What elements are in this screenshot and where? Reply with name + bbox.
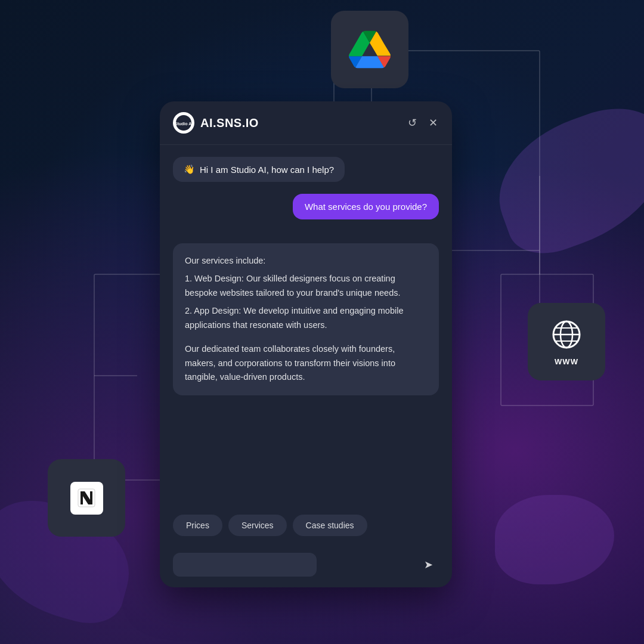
header-actions: ↺ ✕ (407, 115, 439, 131)
chat-body: 👋 Hi I am Studio AI, how can I help? Wha… (160, 145, 452, 515)
chat-input-area: ➤ (160, 547, 452, 587)
refresh-button[interactable]: ↺ (407, 115, 418, 131)
user-message-bubble: What services do you provide? (293, 194, 439, 219)
quick-reply-prices[interactable]: Prices (173, 515, 222, 536)
send-button[interactable]: ➤ (424, 558, 433, 571)
greeting-text: Hi I am Studio AI, how can I help? (200, 165, 334, 175)
quick-reply-services[interactable]: Services (228, 515, 287, 536)
close-icon: ✕ (429, 116, 438, 129)
logo-circle: Studio AI (173, 112, 194, 134)
greeting-emoji: 👋 (184, 164, 195, 175)
ai-response-bubble: Our services include: 1. Web Design: Our… (173, 243, 439, 395)
ai-response-line1: Our services include: (185, 254, 427, 268)
brand-name: AI.SNS.IO (200, 116, 259, 130)
quick-replies: Prices Services Case studies (160, 515, 452, 547)
svg-text:Studio AI: Studio AI (176, 122, 191, 126)
ai-response-line2: 1. Web Design: Our skilled designers foc… (185, 272, 427, 301)
user-message-text: What services do you provide? (305, 202, 427, 212)
ai-response-line4: Our dedicated team collaborates closely … (185, 342, 427, 385)
chat-header: Studio AI AI.SNS.IO ↺ ✕ (160, 101, 452, 145)
notion-icon (48, 459, 125, 537)
refresh-icon: ↺ (408, 116, 417, 129)
send-icon: ➤ (424, 558, 433, 571)
quick-reply-case-studies[interactable]: Case studies (293, 515, 367, 536)
chat-input[interactable] (173, 553, 317, 577)
close-button[interactable]: ✕ (428, 115, 439, 131)
chat-window: Studio AI AI.SNS.IO ↺ ✕ 👋 Hi I am Studio… (160, 101, 452, 587)
www-icon: WWW (528, 303, 605, 380)
ai-greeting-bubble: 👋 Hi I am Studio AI, how can I help? (173, 157, 345, 182)
ai-response-line3: 2. App Design: We develop intuitive and … (185, 304, 427, 333)
google-drive-icon (331, 11, 408, 88)
input-wrapper: ➤ (173, 553, 439, 577)
www-label: WWW (555, 357, 578, 366)
